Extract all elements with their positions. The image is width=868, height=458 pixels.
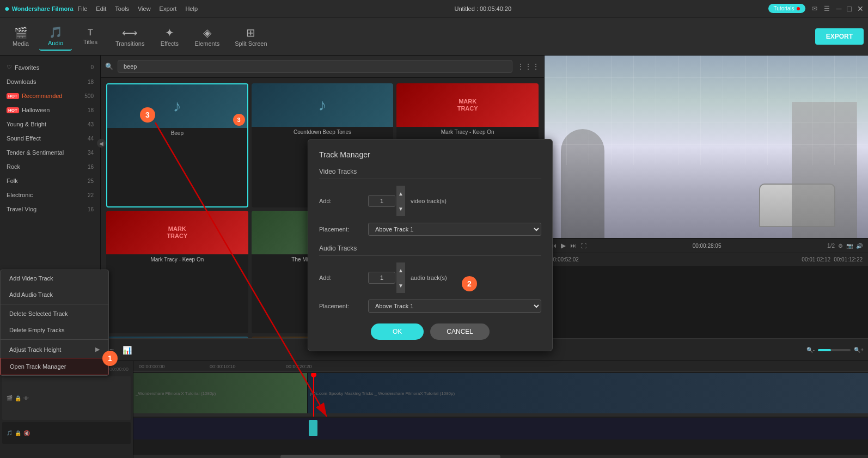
sidebar-item-downloads[interactable]: Downloads 18 <box>0 75 100 89</box>
toolbar-elements[interactable]: ◈ Elements <box>188 23 226 50</box>
maximize-button[interactable]: □ <box>847 4 852 13</box>
video-preview <box>545 56 868 238</box>
audio-placement-row: Placement: Above Track 1 Below Track 1 <box>319 300 541 313</box>
minimize-button[interactable]: ─ <box>836 4 842 13</box>
menu-tools[interactable]: Tools <box>115 5 129 12</box>
tutorials-dot <box>797 7 800 10</box>
audio-lock-icon[interactable]: 🔒 <box>15 430 21 436</box>
timeline-right-toolbar: 00:00:52:02 00:01:02:12 00:01:12:22 <box>545 253 868 266</box>
audio-placement-select[interactable]: Above Track 1 Below Track 1 <box>368 300 541 313</box>
video-clip-1[interactable]: _Wondershare Filmora X Tutorial-(1080p) <box>133 373 308 413</box>
video-count-up[interactable]: ▲ <box>396 186 405 201</box>
video-clip-2[interactable]: yt5s.com-Spooky Masking Tricks _ Wonders… <box>308 373 868 413</box>
grid-view-button[interactable]: ⋮⋮⋮ <box>517 62 540 71</box>
sidebar-item-young-bright[interactable]: Young & Bright 43 <box>0 117 100 131</box>
video-track-unit: video track(s) <box>411 198 447 204</box>
zoom-in-icon[interactable]: 🔍+ <box>854 347 864 353</box>
modal-actions: OK CANCEL <box>319 323 541 340</box>
window-controls: ─ □ ✕ <box>836 4 864 13</box>
sidebar-item-folk[interactable]: Folk 25 <box>0 174 100 188</box>
settings-icon[interactable]: ⚙ <box>838 243 843 249</box>
context-adjust-height[interactable]: Adjust Track Height ▶ <box>1 341 108 358</box>
close-button[interactable]: ✕ <box>857 4 864 13</box>
countdown-note-icon: ♪ <box>318 96 326 114</box>
favorites-count: 0 <box>90 64 94 70</box>
menu-view[interactable]: View <box>138 5 151 12</box>
video-placement-select[interactable]: Above Track 1 Below Track 1 <box>368 223 541 236</box>
toolbar-audio[interactable]: 🎵 Audio <box>39 22 72 51</box>
sidebar-item-travel-vlog[interactable]: Travel Vlog 16 <box>0 202 100 216</box>
fullscreen-icon[interactable]: ⛶ <box>581 243 586 249</box>
next-frame-icon[interactable]: ⏭ <box>570 242 577 249</box>
play-icon[interactable]: ▶ <box>561 242 566 249</box>
audio-clip[interactable] <box>309 420 317 436</box>
split-screen-label: Split Screen <box>235 40 267 47</box>
audio-count-down[interactable]: ▼ <box>396 278 405 293</box>
eye-icon[interactable]: 👁 <box>23 395 29 401</box>
lock-icon[interactable]: 🔒 <box>15 395 21 401</box>
audio-add-row: Add: ▲ ▼ audio track(s) <box>319 262 541 293</box>
context-add-audio-track[interactable]: Add Audio Track <box>1 286 108 303</box>
context-delete-empty[interactable]: Delete Empty Tracks <box>1 322 108 338</box>
mail-icon[interactable]: ✉ <box>812 5 817 13</box>
toolbar-media[interactable]: 🎬 Media <box>4 23 37 50</box>
tutorials-label: Tutorials <box>774 5 794 11</box>
sidebar-item-sound-effect[interactable]: Sound Effect 44 <box>0 131 100 145</box>
toolbar-titles[interactable]: T Titles <box>74 25 107 48</box>
camera-icon[interactable]: 📷 <box>846 243 853 249</box>
mark-tracy-2-text: MARKTRACY <box>167 225 187 240</box>
audio-add-label: Add: <box>319 274 363 281</box>
audio-eye-icon[interactable]: 🔇 <box>23 430 30 436</box>
sidebar-item-halloween[interactable]: HOT Halloween 18 <box>0 103 100 117</box>
sidebar-item-tender[interactable]: Tender & Sentimental 34 <box>0 145 100 160</box>
beep-label: Beep <box>107 128 247 138</box>
export-button[interactable]: EXPORT <box>815 28 864 45</box>
sidebar-item-electronic[interactable]: Electronic 22 <box>0 188 100 202</box>
menu-edit[interactable]: Edit <box>96 5 106 12</box>
waveform-button[interactable]: 📊 <box>120 344 134 357</box>
sidebar-item-favorites[interactable]: ♡ Favorites 0 <box>0 60 100 75</box>
audio-count-up[interactable]: ▲ <box>396 262 405 278</box>
zoom-out-icon[interactable]: 🔍- <box>806 347 815 353</box>
sidebar-item-rock[interactable]: Rock 16 <box>0 160 100 174</box>
effects-label: Effects <box>161 40 179 47</box>
search-input[interactable] <box>118 60 512 73</box>
video-placement-row: Placement: Above Track 1 Below Track 1 <box>319 223 541 236</box>
cancel-button[interactable]: CANCEL <box>430 323 490 340</box>
search-bar: 🔍 ⋮⋮⋮ <box>101 56 544 78</box>
tutorials-button[interactable]: Tutorials <box>768 4 805 13</box>
menu-icon[interactable]: ☰ <box>824 5 830 13</box>
media-item-beep[interactable]: ♪ 3 Beep <box>106 83 248 207</box>
video-count-down[interactable]: ▼ <box>396 201 405 216</box>
video-track-count-input[interactable] <box>368 195 395 207</box>
zoom-slider[interactable] <box>818 349 851 351</box>
volume-icon[interactable]: 🔊 <box>856 243 863 249</box>
video-placement-label: Placement: <box>319 226 363 233</box>
ok-button[interactable]: OK <box>371 323 424 340</box>
app-wrapper: ● Wondershare Filmora File Edit Tools Vi… <box>0 0 868 458</box>
menu-export[interactable]: Export <box>160 5 177 12</box>
media-item-mark-tracy-2[interactable]: MARKTRACY Mark Tracy - Keep On <box>106 211 248 333</box>
delete-selected-label: Delete Selected Track <box>9 310 68 317</box>
audio-icon: 🎵 <box>49 26 63 39</box>
toolbar-effects[interactable]: ✦ Effects <box>153 23 186 50</box>
timeline-scrollbar[interactable] <box>133 455 868 458</box>
video-track-row: 🎬 🔒 👁 <box>2 376 131 420</box>
time-right-2: 00:01:02:12 <box>802 257 830 262</box>
audio-track-count-input[interactable] <box>368 272 395 284</box>
sidebar-item-recommended[interactable]: HOT Recommended 500 <box>0 89 100 103</box>
mark-tracy-1-label: Mark Tracy - Keep On <box>396 127 539 137</box>
video-add-row: Add: ▲ ▼ video track(s) <box>319 186 541 216</box>
context-delete-selected[interactable]: Delete Selected Track <box>1 306 108 322</box>
menu-file[interactable]: File <box>78 5 88 12</box>
context-open-track-manager[interactable]: Open Track Manager <box>1 358 108 375</box>
favorites-icon: ♡ <box>7 64 12 71</box>
toolbar-split-screen[interactable]: ⊞ Split Screen <box>228 23 273 50</box>
menu-help[interactable]: Help <box>185 5 198 12</box>
rock-count: 16 <box>88 164 94 170</box>
delete-empty-label: Delete Empty Tracks <box>9 327 64 333</box>
toolbar-transitions[interactable]: ⟷ Transitions <box>109 23 151 50</box>
context-add-video-track[interactable]: Add Video Track <box>1 270 108 286</box>
sound-effect-label: Sound Effect <box>7 135 41 142</box>
young-bright-count: 43 <box>88 121 94 127</box>
